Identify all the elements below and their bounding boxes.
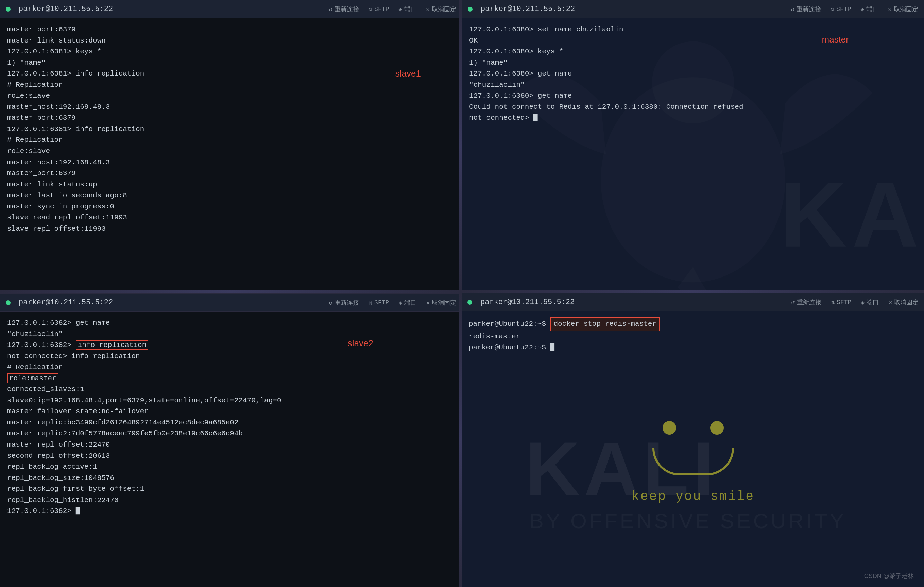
title-dots-bl: [6, 300, 10, 305]
terminal-bottom-right: KALI BY OFFENSIVE SECURITY parker@10.211…: [462, 293, 924, 587]
terminal-top-left: parker@10.211.55.5:22 ↺ 重新连接 ⇅ SFTP ◈ 端口…: [0, 0, 462, 293]
docker-content: parker@Ubuntu22:~$ docker stop redis-mas…: [469, 317, 917, 353]
terminal-bottom-left: parker@10.211.55.5:22 ↺ 重新连接 ⇅ SFTP ◈ 端口…: [0, 293, 462, 587]
eye-right: [710, 421, 724, 435]
unpin-btn-tl[interactable]: ✕ 取消固定: [426, 5, 456, 13]
docker-terminal-body: parker@Ubuntu22:~$ docker stop redis-mas…: [462, 311, 924, 359]
reconnect-btn-bl[interactable]: ↺ 重新连接: [329, 299, 359, 307]
status-dot-bl: [6, 300, 10, 305]
title-bl: parker@10.211.55.5:22: [19, 298, 113, 307]
terminal-content-bl: 127.0.0.1:6382> get name "chuzilaolin" 1…: [7, 317, 455, 517]
terminal-top-right: KALI parker@10.211.55.5:22 ↺ 重新连接 ⇅ SFTP…: [462, 0, 924, 293]
label-slave2: slave2: [348, 338, 373, 349]
titlebar-bottom-left: parker@10.211.55.5:22 ↺ 重新连接 ⇅ SFTP ◈ 端口…: [0, 294, 462, 311]
terminal-body-tr: 127.0.0.1:6380> set name chuzilaolin OK …: [462, 18, 924, 293]
title-dots-tl: [6, 7, 10, 12]
terminal-body-tl: master_port:6379 master_link_status:down…: [0, 18, 462, 293]
label-master: master: [822, 34, 849, 45]
smile-text: keep you smile: [632, 489, 754, 504]
unpin-btn-bl[interactable]: ✕ 取消固定: [426, 299, 456, 307]
main-container: parker@10.211.55.5:22 ↺ 重新连接 ⇅ SFTP ◈ 端口…: [0, 0, 924, 587]
smile-face: [642, 411, 744, 479]
actions-tl: ↺ 重新连接 ⇅ SFTP ◈ 端口 ✕ 取消固定: [329, 5, 456, 13]
port-btn-bl[interactable]: ◈ 端口: [398, 299, 416, 307]
terminal-body-bl: 127.0.0.1:6382> get name "chuzilaolin" 1…: [0, 311, 462, 587]
watermark: CSDN @派子老林: [864, 572, 914, 580]
eye-left: [663, 421, 676, 435]
smile-curve: [652, 448, 734, 475]
terminal-content-tr: 127.0.0.1:6380> set name chuzilaolin OK …: [469, 24, 917, 124]
sftp-btn-tl[interactable]: ⇅ SFTP: [368, 5, 389, 13]
divider-h-tl: [0, 291, 462, 293]
titlebar-top-left: parker@10.211.55.5:22 ↺ 重新连接 ⇅ SFTP ◈ 端口…: [0, 0, 462, 18]
docker-stop-command: docker stop redis-master: [550, 317, 660, 331]
divider-v-bl: [459, 294, 462, 587]
title-tl: parker@10.211.55.5:22: [19, 5, 113, 13]
status-dot-tl: [6, 7, 10, 12]
label-slave1: slave1: [395, 68, 421, 79]
smile-area: keep you smile: [462, 362, 924, 553]
port-btn-tl[interactable]: ◈ 端口: [398, 5, 416, 13]
divider-h-tr: [462, 291, 924, 293]
reconnect-btn-tl[interactable]: ↺ 重新连接: [329, 5, 359, 13]
highlight-role-master: role:master: [7, 374, 58, 383]
divider-v-tl: [459, 0, 462, 293]
highlight-info-replication: info replication: [76, 340, 148, 350]
sftp-btn-bl[interactable]: ⇅ SFTP: [368, 299, 389, 306]
terminal-content-tl: master_port:6379 master_link_status:down…: [7, 24, 455, 234]
actions-bl: ↺ 重新连接 ⇅ SFTP ◈ 端口 ✕ 取消固定: [329, 299, 456, 307]
